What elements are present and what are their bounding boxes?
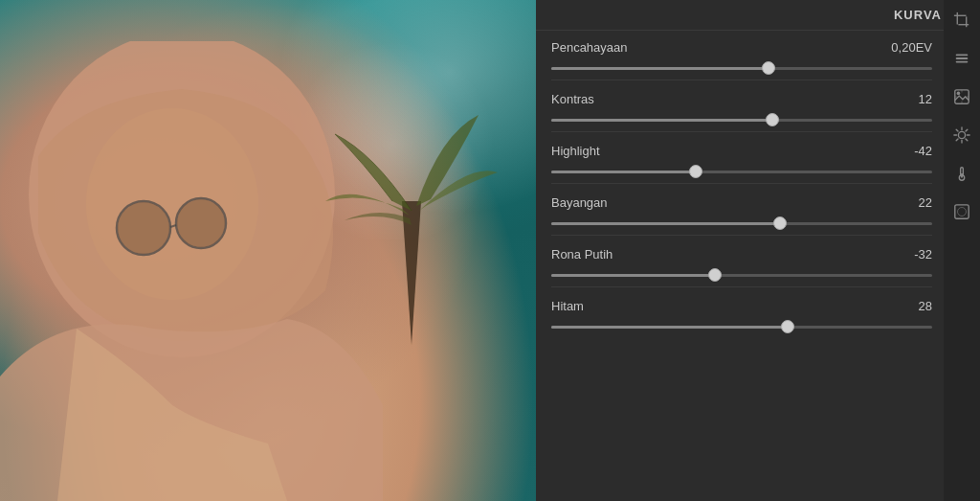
slider-label-pencahayaan: Pencahayaan: [551, 40, 628, 55]
svg-line-24: [956, 139, 958, 141]
svg-rect-8: [954, 15, 967, 16]
slider-thumb-highlight[interactable]: [689, 165, 702, 178]
slider-thumb-bayangan[interactable]: [773, 216, 787, 230]
svg-rect-13: [956, 61, 969, 63]
slider-value-bayangan: 22: [894, 195, 932, 210]
slider-track-rona-putih[interactable]: [551, 265, 932, 285]
svg-rect-12: [956, 57, 969, 59]
slider-value-kontras: 12: [894, 92, 932, 106]
svg-line-23: [966, 129, 968, 131]
slider-row-bayangan: Bayangan22: [551, 195, 932, 241]
svg-rect-9: [966, 16, 967, 27]
slider-thumb-rona-putih[interactable]: [708, 268, 722, 282]
slider-track-bayangan[interactable]: [551, 214, 932, 233]
slider-thumb-hitam[interactable]: [781, 320, 794, 333]
sliders-panel: Pencahayaan0,20EVKontras12Highlight-42Ba…: [536, 31, 980, 501]
svg-rect-28: [955, 205, 969, 218]
layers-icon[interactable]: [951, 48, 972, 69]
slider-thumb-pencahayaan[interactable]: [762, 61, 775, 75]
svg-rect-27: [961, 173, 963, 178]
slider-thumb-kontras[interactable]: [766, 113, 779, 126]
slider-value-pencahayaan: 0,20EV: [891, 40, 932, 55]
slider-track-kontras[interactable]: [551, 110, 932, 129]
svg-point-16: [958, 131, 965, 138]
slider-label-kontras: Kontras: [551, 92, 594, 106]
svg-point-29: [958, 208, 967, 216]
svg-point-6: [177, 199, 225, 247]
svg-point-5: [118, 202, 169, 254]
slider-value-hitam: 28: [894, 299, 932, 313]
image-enhance-icon[interactable]: [951, 86, 972, 107]
slider-track-highlight[interactable]: [551, 162, 932, 181]
slider-row-rona-putih: Rona Putih-32: [551, 247, 932, 293]
svg-line-22: [966, 139, 968, 141]
brightness-icon[interactable]: [951, 125, 972, 146]
palm-tree: [316, 57, 507, 345]
right-panel: KURVA Pencahayaan0,20EVKontras12Highligh…: [536, 0, 980, 501]
slider-track-hitam[interactable]: [551, 317, 932, 336]
photo-area: [0, 0, 536, 501]
slider-track-pencahayaan[interactable]: [551, 58, 932, 78]
vignette-icon[interactable]: [951, 201, 972, 222]
kurva-label: KURVA: [894, 8, 942, 22]
slider-label-bayangan: Bayangan: [551, 195, 608, 210]
slider-row-kontras: Kontras12: [551, 92, 932, 138]
svg-line-21: [956, 129, 958, 131]
slider-row-highlight: Highlight-42: [551, 144, 932, 190]
slider-value-highlight: -42: [894, 144, 932, 158]
slider-value-rona-putih: -32: [894, 247, 932, 262]
slider-label-highlight: Highlight: [551, 144, 600, 158]
svg-rect-11: [956, 55, 969, 57]
slider-label-rona-putih: Rona Putih: [551, 247, 612, 262]
panel-header: KURVA: [536, 0, 980, 31]
crop-icon[interactable]: [951, 10, 972, 31]
slider-label-hitam: Hitam: [551, 299, 584, 313]
svg-rect-10: [958, 24, 969, 25]
svg-point-15: [957, 92, 961, 96]
slider-row-hitam: Hitam28: [551, 299, 932, 336]
temperature-icon[interactable]: [951, 163, 972, 184]
svg-rect-7: [957, 12, 958, 25]
slider-row-pencahayaan: Pencahayaan0,20EV: [551, 40, 932, 86]
sidebar-icons: [944, 0, 980, 501]
